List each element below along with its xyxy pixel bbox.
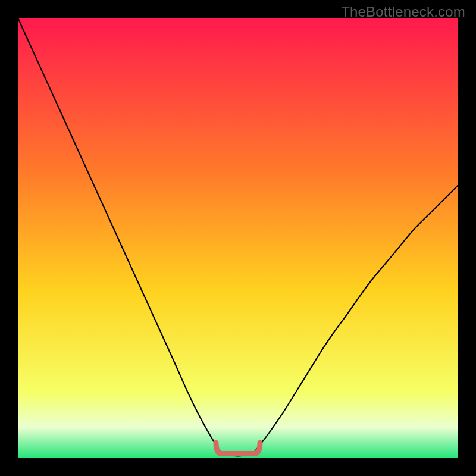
- bottleneck-chart: [18, 18, 458, 458]
- plot-area: [18, 18, 458, 458]
- gradient-background: [18, 18, 458, 458]
- chart-frame: TheBottleneck.com: [0, 0, 476, 476]
